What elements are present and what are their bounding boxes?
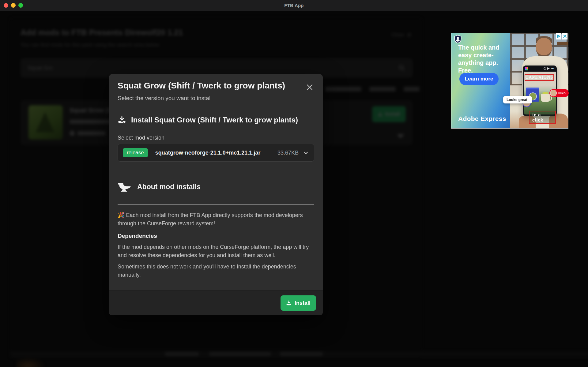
ad-close-icon[interactable] bbox=[562, 33, 567, 39]
ad-brand-logo: Adobe Express bbox=[458, 115, 506, 122]
modal-footer: Install bbox=[109, 290, 323, 315]
status-blob bbox=[165, 352, 199, 356]
avatar bbox=[550, 90, 557, 96]
window-titlebar: FTB App bbox=[0, 0, 588, 11]
about-heading-label: About mod installs bbox=[137, 183, 201, 191]
status-blob bbox=[280, 352, 323, 356]
search-icon bbox=[398, 64, 405, 72]
filter-chip bbox=[404, 87, 420, 92]
wood-shelf bbox=[557, 42, 568, 45]
phone-top-bar: ••• bbox=[523, 66, 557, 72]
close-window-button[interactable] bbox=[4, 3, 8, 8]
ad-gradient-panel: The quick and easy create-anything app. … bbox=[451, 33, 510, 128]
niko-label: Niko bbox=[558, 91, 566, 95]
close-icon bbox=[407, 33, 411, 37]
window-title: FTB App bbox=[284, 3, 303, 8]
candle-mug bbox=[541, 94, 550, 102]
page-title: Add mods to FTB Presents Direwolf20 1.21 bbox=[21, 28, 183, 37]
filter-chip bbox=[369, 87, 396, 92]
minimize-window-button[interactable] bbox=[11, 3, 16, 8]
anvil-icon bbox=[118, 182, 131, 192]
modal-subtitle: Select the version you want to install bbox=[118, 95, 212, 102]
version-filename: squatgrow-neoforge-21.1.0+mc1.21.1.jar bbox=[155, 150, 261, 156]
mod-version-select[interactable]: release squatgrow-neoforge-21.1.0+mc1.21… bbox=[118, 144, 314, 162]
card-install-button: Install bbox=[372, 106, 406, 122]
dependencies-heading: Dependencies bbox=[118, 233, 157, 239]
install-button-label: Install bbox=[295, 300, 311, 306]
campaigns-text: CAMPAIGNS bbox=[525, 74, 554, 81]
card-install-label: Install bbox=[385, 111, 400, 117]
zoom-window-button[interactable] bbox=[18, 3, 23, 8]
page-close-button: Close bbox=[391, 32, 411, 38]
modal-title: Squat Grow (Shift / Twerk to grow plants… bbox=[118, 81, 285, 91]
adchoices-icon[interactable] bbox=[556, 33, 561, 39]
privacy-shield-icon[interactable] bbox=[454, 35, 462, 43]
phone-screen: CAMPAIGNS Niko in a click bbox=[524, 72, 556, 114]
modal-close-button[interactable] bbox=[306, 83, 314, 91]
search-value: Squat Gro bbox=[28, 65, 398, 71]
ad-learn-more-button[interactable]: Learn more bbox=[459, 73, 499, 85]
looks-great-tag: Looks great! bbox=[503, 96, 532, 103]
adobe-express-ad[interactable]: The quick and easy create-anything app. … bbox=[451, 33, 568, 129]
adobe-express-logo-icon bbox=[525, 67, 528, 70]
heart-icon bbox=[397, 133, 404, 139]
history-icon bbox=[544, 67, 546, 70]
version-filesize: 33.67KB bbox=[277, 150, 299, 156]
in-a-click-text: in a click bbox=[529, 111, 556, 124]
result-filter-row bbox=[325, 87, 420, 92]
ad-headline: The quick and easy create-anything app. … bbox=[458, 44, 504, 74]
mod-author-line bbox=[77, 131, 106, 135]
chevron-down-icon bbox=[303, 150, 309, 156]
mod-thumbnail bbox=[28, 105, 63, 140]
download-icon bbox=[286, 300, 292, 306]
install-mod-modal: Squat Grow (Shift / Twerk to grow plants… bbox=[109, 74, 323, 315]
more-icon: ••• bbox=[551, 68, 555, 69]
version-select-label: Select mod version bbox=[118, 135, 164, 141]
status-blob bbox=[209, 352, 271, 356]
install-heading-label: Install Squat Grow (Shift / Twerk to gro… bbox=[131, 116, 298, 124]
release-channel-badge: release bbox=[123, 148, 148, 157]
phone-mockup: ••• CAMPAIGNS Niko in a click bbox=[523, 66, 557, 116]
niko-collab-pill: Niko bbox=[549, 89, 569, 97]
page-subtitle: You can find mods for this pack using th… bbox=[21, 42, 159, 48]
dependencies-paragraph-1: If the mod depends on other mods on the … bbox=[118, 243, 315, 260]
bottom-status-strip bbox=[10, 351, 588, 357]
download-icon bbox=[118, 116, 126, 124]
background-glow bbox=[17, 357, 46, 367]
page-close-label: Close bbox=[391, 32, 404, 38]
mod-author-avatar bbox=[70, 131, 75, 136]
ad-controls bbox=[556, 33, 567, 39]
share-icon bbox=[547, 67, 550, 70]
install-button[interactable]: Install bbox=[281, 295, 316, 311]
dependencies-paragraph-2: Sometimes this does not work and you'll … bbox=[118, 263, 315, 279]
install-section-heading: Install Squat Grow (Shift / Twerk to gro… bbox=[118, 116, 298, 124]
person-head bbox=[536, 38, 552, 57]
about-section-heading: About mod installs bbox=[118, 182, 201, 192]
traffic-lights bbox=[4, 3, 23, 8]
filter-chip bbox=[325, 87, 361, 92]
reward-note: 🎉 Each mod install from the FTB App dire… bbox=[118, 211, 315, 228]
mod-card-meta-line bbox=[70, 120, 115, 124]
section-divider bbox=[118, 204, 314, 204]
